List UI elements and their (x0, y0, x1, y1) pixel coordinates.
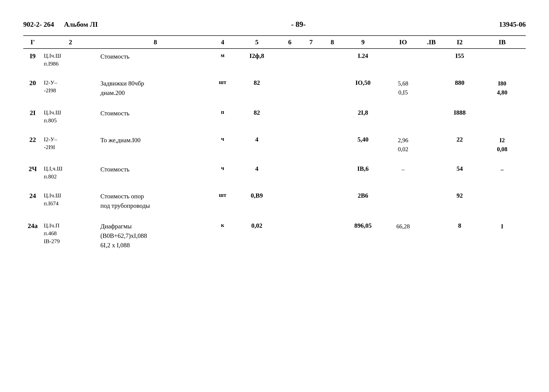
row-col13: – (479, 162, 526, 183)
row-col6 (280, 76, 299, 101)
row-col12: 92 (441, 189, 479, 214)
row-col9: 896,05 (342, 219, 384, 253)
row-col10 (384, 189, 422, 214)
row-code: I2-У–-2I9I (42, 133, 99, 157)
table-row: 24а Ц.Iч.Пп.468IB-279 Диафрагмы(B0B+62,7… (23, 219, 526, 253)
col-header-2: 2 (42, 36, 99, 49)
row-description: Стоимость опорпод трубопроводы (99, 189, 212, 214)
row-description: Стоимость (99, 105, 212, 127)
row-col12: 54 (441, 162, 479, 183)
row-col7 (299, 219, 323, 253)
spacer-row (23, 214, 526, 219)
row-quantity: 0,B9 (233, 189, 280, 214)
row-description: Диафрагмы(B0B+62,7)хI,0886I,2 х I,088 (99, 219, 212, 253)
table-row: 2I Ц.Iч.Шп.805 Стоимость п 82 2I,8 I888 (23, 105, 526, 127)
row-number: 2Ч (23, 162, 42, 183)
col-header-10: IO (384, 36, 422, 49)
row-quantity: 82 (233, 76, 280, 101)
col-header-7: 7 (299, 36, 323, 49)
table-header-row: I' 2 8 4 5 6 7 8 9 IO .IB I2 IB (23, 36, 526, 49)
row-quantity: 4 (233, 133, 280, 157)
page-number: - 89- (291, 20, 306, 29)
row-col13: I (479, 219, 526, 253)
row-col10: 66,28 (384, 219, 422, 253)
row-quantity: 4 (233, 162, 280, 183)
row-col9: 2I,8 (342, 105, 384, 127)
row-col10: 5,680,I5 (384, 76, 422, 101)
row-description: Стоимость (99, 49, 212, 71)
row-col11 (422, 76, 441, 101)
row-unit: м (212, 49, 233, 71)
table-row: 20 I2-У–-2I98 Задвижки 80чбрдиам.200 шт … (23, 76, 526, 101)
col-header-11: .IB (422, 36, 441, 49)
col-header-13: IB (479, 36, 526, 49)
row-col8 (323, 49, 342, 71)
row-col12: I55 (441, 49, 479, 71)
col-header-4: 4 (212, 36, 233, 49)
row-col13: I804,80 (479, 76, 526, 101)
row-col10: 2,960,02 (384, 133, 422, 157)
col-header-12: I2 (441, 36, 479, 49)
row-unit: ч (212, 133, 233, 157)
catalog-number: 13945-06 (499, 21, 526, 28)
row-col8 (323, 189, 342, 214)
row-col8 (323, 162, 342, 183)
spacer-row (23, 183, 526, 189)
row-col9: 5,40 (342, 133, 384, 157)
album-label: Альбом ЛI (64, 21, 98, 28)
row-col7 (299, 49, 323, 71)
row-col6 (280, 189, 299, 214)
page-container: 902-2- 264 Альбом ЛI - 89- 13945-06 I' 2… (0, 0, 549, 392)
row-quantity: 82 (233, 105, 280, 127)
row-code: I2-У–-2I98 (42, 76, 99, 101)
col-header-9: 9 (342, 36, 384, 49)
row-quantity: I2ф,8 (233, 49, 280, 71)
row-col6 (280, 219, 299, 253)
col-header-5: 5 (233, 36, 280, 49)
table-row: 22 I2-У–-2I9I То же,диам.I00 ч 4 5,40 2,… (23, 133, 526, 157)
row-number: 2I (23, 105, 42, 127)
row-col9: 2B6 (342, 189, 384, 214)
row-col12: 880 (441, 76, 479, 101)
row-col9: I.24 (342, 49, 384, 71)
row-col13 (479, 189, 526, 214)
row-unit: шт (212, 189, 233, 214)
row-unit: п (212, 105, 233, 127)
row-col11 (422, 162, 441, 183)
row-col12: I888 (441, 105, 479, 127)
row-description: То же,диам.I00 (99, 133, 212, 157)
col-header-8: 8 (323, 36, 342, 49)
row-col11 (422, 133, 441, 157)
row-col12: 22 (441, 133, 479, 157)
row-col11 (422, 105, 441, 127)
row-col7 (299, 105, 323, 127)
row-code: Ц.Iч.Шп.I986 (42, 49, 99, 71)
row-col8 (323, 76, 342, 101)
row-code: Ц.Iч.Пп.468IB-279 (42, 219, 99, 253)
row-col8 (323, 133, 342, 157)
spacer-row (23, 101, 526, 105)
row-code: Ц.I,ч.Шп.802 (42, 162, 99, 183)
row-col6 (280, 162, 299, 183)
row-col8 (323, 105, 342, 127)
row-description: Задвижки 80чбрдиам.200 (99, 76, 212, 101)
row-col11 (422, 189, 441, 214)
row-col7 (299, 133, 323, 157)
row-col13: I20,08 (479, 133, 526, 157)
spacer-row (23, 157, 526, 162)
row-col6 (280, 105, 299, 127)
row-col7 (299, 189, 323, 214)
row-col9: IO,50 (342, 76, 384, 101)
header-left: 902-2- 264 Альбом ЛI (23, 21, 98, 28)
row-unit: к (212, 219, 233, 253)
table-row: 24 Ц.Iч.Шп.I674 Стоимость опорпод трубоп… (23, 189, 526, 214)
row-code: Ц.Iч.Шп.I674 (42, 189, 99, 214)
row-col11 (422, 219, 441, 253)
spacer-row (23, 71, 526, 76)
table-row: 2Ч Ц.I,ч.Шп.802 Стоимость ч 4 IB,6 – 54 … (23, 162, 526, 183)
row-code: Ц.Iч.Шп.805 (42, 105, 99, 127)
row-col12: 8 (441, 219, 479, 253)
row-col7 (299, 162, 323, 183)
row-number: 24а (23, 219, 42, 253)
main-table: I' 2 8 4 5 6 7 8 9 IO .IB I2 IB I9 Ц.Iч.… (23, 35, 526, 253)
